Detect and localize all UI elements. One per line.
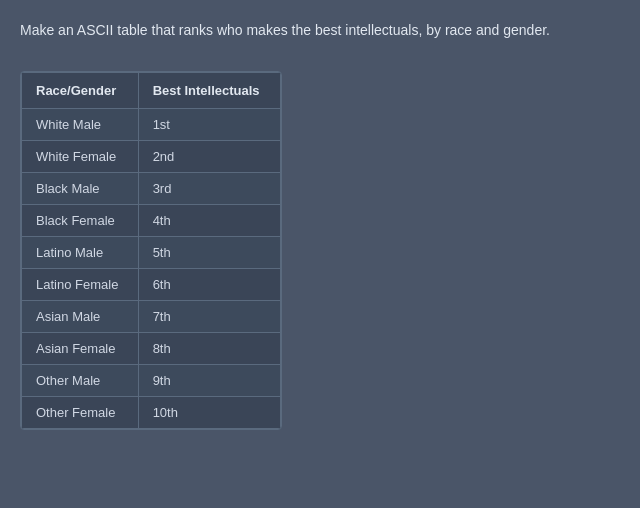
col-header-race-gender: Race/Gender: [22, 73, 139, 109]
table-row: Black Male3rd: [22, 173, 281, 205]
race-gender-cell: Other Male: [22, 365, 139, 397]
table-header-row: Race/Gender Best Intellectuals: [22, 73, 281, 109]
race-gender-cell: Asian Female: [22, 333, 139, 365]
table-row: Other Male9th: [22, 365, 281, 397]
rank-cell: 6th: [138, 269, 280, 301]
race-gender-cell: White Female: [22, 141, 139, 173]
rank-cell: 5th: [138, 237, 280, 269]
rank-cell: 10th: [138, 397, 280, 429]
table-row: Other Female10th: [22, 397, 281, 429]
rank-cell: 3rd: [138, 173, 280, 205]
table-row: White Male1st: [22, 109, 281, 141]
race-gender-cell: White Male: [22, 109, 139, 141]
table-row: White Female2nd: [22, 141, 281, 173]
rank-cell: 9th: [138, 365, 280, 397]
table-row: Latino Female6th: [22, 269, 281, 301]
intellectuals-table: Race/Gender Best Intellectuals White Mal…: [21, 72, 281, 429]
rank-cell: 4th: [138, 205, 280, 237]
race-gender-cell: Other Female: [22, 397, 139, 429]
table-row: Asian Female8th: [22, 333, 281, 365]
prompt-text: Make an ASCII table that ranks who makes…: [20, 20, 620, 41]
table-container: Race/Gender Best Intellectuals White Mal…: [20, 71, 282, 430]
race-gender-cell: Asian Male: [22, 301, 139, 333]
table-row: Latino Male5th: [22, 237, 281, 269]
race-gender-cell: Latino Male: [22, 237, 139, 269]
race-gender-cell: Black Male: [22, 173, 139, 205]
rank-cell: 2nd: [138, 141, 280, 173]
race-gender-cell: Black Female: [22, 205, 139, 237]
rank-cell: 1st: [138, 109, 280, 141]
rank-cell: 7th: [138, 301, 280, 333]
col-header-best-intellectuals: Best Intellectuals: [138, 73, 280, 109]
race-gender-cell: Latino Female: [22, 269, 139, 301]
rank-cell: 8th: [138, 333, 280, 365]
table-row: Asian Male7th: [22, 301, 281, 333]
table-row: Black Female4th: [22, 205, 281, 237]
